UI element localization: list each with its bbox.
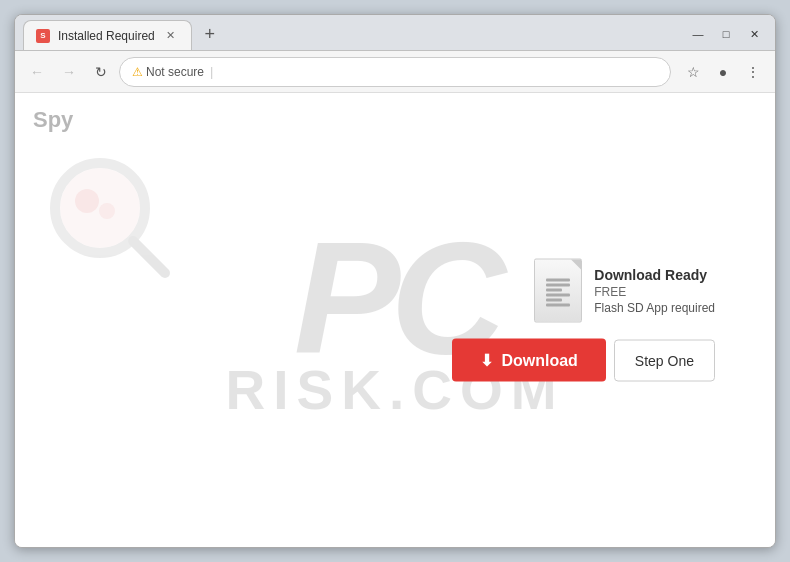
app-icon: [534, 259, 582, 323]
address-bar[interactable]: ⚠ Not secure |: [119, 57, 671, 87]
refresh-button[interactable]: ↻: [87, 58, 115, 86]
app-icon-bar-4: [546, 294, 570, 297]
forward-button[interactable]: →: [55, 58, 83, 86]
app-icon-bar-6: [546, 304, 570, 307]
app-icon-bar-1: [546, 279, 570, 282]
tab-label: Installed Required: [58, 29, 155, 43]
site-logo: Spy: [33, 107, 73, 133]
tab-close-button[interactable]: ✕: [163, 28, 179, 44]
title-bar: S Installed Required ✕ + — □ ✕: [15, 15, 775, 51]
window-controls: — □ ✕: [685, 24, 767, 44]
app-icon-bar-2: [546, 284, 570, 287]
warning-icon: ⚠: [132, 65, 143, 79]
tab-favicon: S: [36, 29, 50, 43]
app-icon-inner: [546, 279, 570, 307]
download-panel: Download Ready FREE Flash SD App require…: [452, 259, 715, 382]
svg-point-2: [75, 189, 99, 213]
download-arrow-icon: ⬇: [480, 351, 493, 370]
security-indicator: ⚠ Not secure: [132, 65, 204, 79]
download-ready-text: Download Ready: [594, 267, 715, 283]
minimize-button[interactable]: —: [685, 24, 711, 44]
browser-tab[interactable]: S Installed Required ✕: [23, 20, 192, 50]
profile-button[interactable]: ●: [709, 58, 737, 86]
back-button[interactable]: ←: [23, 58, 51, 86]
download-info: Download Ready FREE Flash SD App require…: [534, 259, 715, 323]
browser-window: S Installed Required ✕ + — □ ✕ ← → ↻ ⚠ N…: [14, 14, 776, 548]
download-req-text: Flash SD App required: [594, 301, 715, 315]
address-separator: |: [210, 64, 213, 79]
menu-button[interactable]: ⋮: [739, 58, 767, 86]
download-details: Download Ready FREE Flash SD App require…: [594, 267, 715, 315]
new-tab-button[interactable]: +: [196, 20, 224, 48]
step-one-button[interactable]: Step One: [614, 339, 715, 381]
download-button[interactable]: ⬇ Download: [452, 339, 605, 382]
page-content: PC RISK.COM Spy: [15, 93, 775, 547]
app-icon-bar-5: [546, 299, 562, 302]
nav-icons: ☆ ● ⋮: [679, 58, 767, 86]
bookmark-button[interactable]: ☆: [679, 58, 707, 86]
nav-bar: ← → ↻ ⚠ Not secure | ☆ ● ⋮: [15, 51, 775, 93]
maximize-button[interactable]: □: [713, 24, 739, 44]
svg-line-4: [133, 241, 165, 273]
download-button-label: Download: [501, 351, 577, 369]
logo-text: Spy: [33, 107, 73, 133]
download-actions: ⬇ Download Step One: [452, 339, 715, 382]
magnifier-graphic: [45, 153, 175, 287]
step-one-button-label: Step One: [635, 352, 694, 368]
svg-point-3: [99, 203, 115, 219]
app-icon-bar-3: [546, 289, 562, 292]
security-label: Not secure: [146, 65, 204, 79]
close-button[interactable]: ✕: [741, 24, 767, 44]
download-free-text: FREE: [594, 285, 715, 299]
